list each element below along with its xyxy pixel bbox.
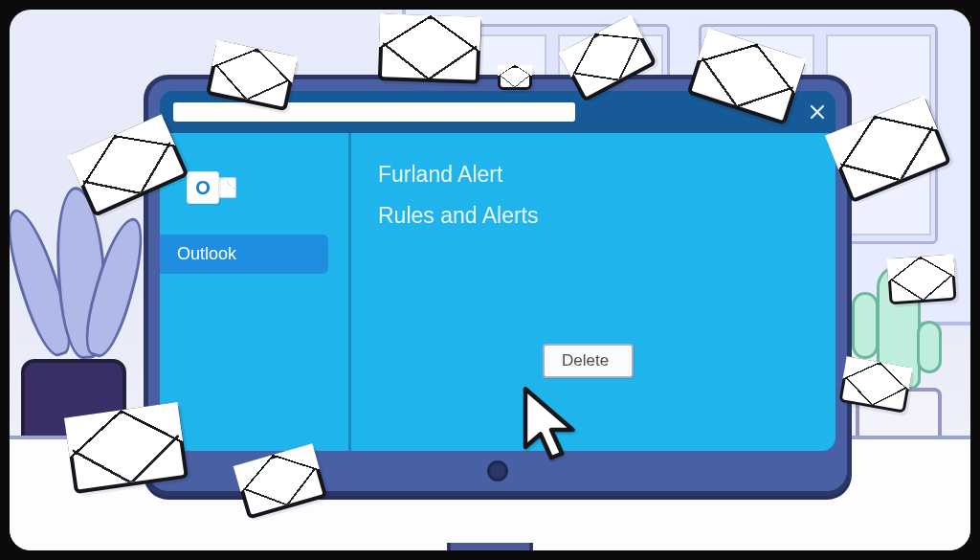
sidebar-item-label: Outlook: [177, 244, 236, 263]
outlook-icon: O: [187, 168, 236, 210]
delete-button-label: Delete: [562, 351, 609, 370]
outlook-icon-letter: O: [187, 171, 219, 204]
monitor-frame: O Outlook Furland Alert Rules and Alerts…: [144, 75, 852, 496]
envelope-icon: [64, 402, 189, 494]
screen: O Outlook Furland Alert Rules and Alerts…: [160, 91, 835, 451]
illustration-scene: O Outlook Furland Alert Rules and Alerts…: [10, 10, 970, 550]
titlebar-title-placeholder: [173, 102, 575, 122]
main-panel: Furland Alert Rules and Alerts Delete: [351, 133, 835, 451]
app-body: O Outlook Furland Alert Rules and Alerts…: [160, 133, 835, 451]
heading-furland-alert: Furland Alert: [378, 162, 809, 188]
envelope-icon: [498, 65, 532, 90]
cursor-arrow-icon: [517, 387, 586, 473]
sidebar-item-outlook[interactable]: Outlook: [160, 235, 328, 274]
envelope-icon: [886, 255, 956, 305]
close-icon[interactable]: [809, 103, 826, 121]
delete-button[interactable]: Delete: [543, 344, 634, 378]
envelope-icon: [378, 13, 481, 84]
background-cactus: [917, 321, 942, 373]
background-cactus: [852, 292, 879, 359]
heading-rules-and-alerts: Rules and Alerts: [378, 203, 809, 229]
monitor-power-button: [487, 460, 508, 482]
monitor-stand: [447, 543, 533, 550]
sidebar: O Outlook: [160, 133, 351, 451]
